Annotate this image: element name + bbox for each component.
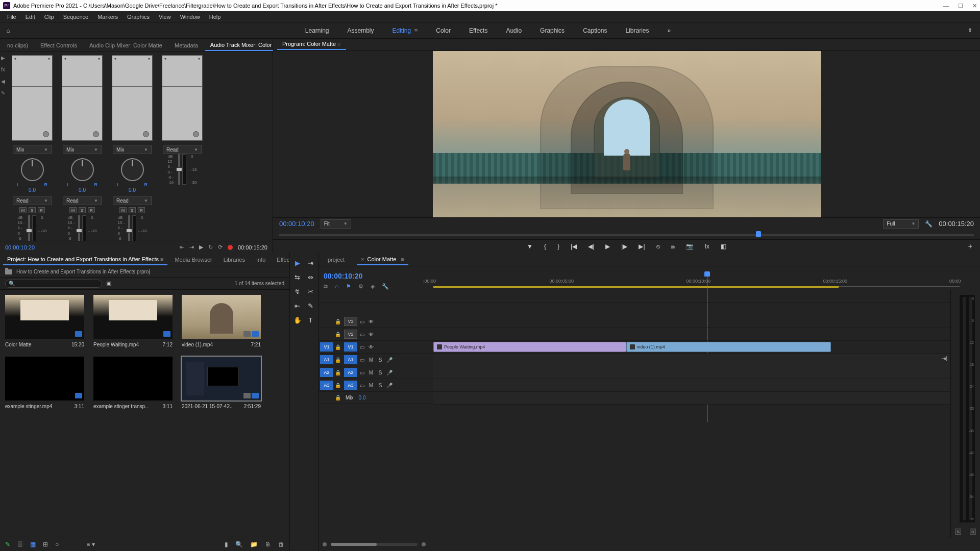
rate-tool[interactable]: ↯ [293, 287, 302, 296]
solo-button[interactable]: S [376, 383, 385, 388]
source-patch[interactable]: A3 [320, 381, 333, 390]
volume-fader[interactable] [128, 215, 130, 241]
goto-in-button[interactable]: |◀ [571, 243, 577, 250]
timeline-clip[interactable]: video (1).mp4 [626, 342, 831, 352]
lift-button[interactable]: ⎋ [656, 243, 660, 250]
tab-metadata[interactable]: Metadata [169, 40, 203, 51]
timeline-zoom-scroll[interactable] [331, 543, 418, 546]
menu-sequence[interactable]: Sequence [59, 13, 93, 21]
find-button[interactable]: 🔍 [235, 541, 243, 548]
freeform-view-button[interactable]: ⊞ [43, 541, 48, 548]
timeline-marker-toggle[interactable]: ⚑ [346, 283, 351, 290]
tab-libraries[interactable]: Libraries [219, 255, 249, 265]
lock-icon[interactable]: 🔒 [333, 395, 342, 400]
selection-tool[interactable]: ▶ [293, 258, 302, 267]
fx-rack[interactable]: ▾▾ [12, 55, 53, 141]
menu-window[interactable]: Window [176, 13, 204, 21]
workspace-graphics[interactable]: Graphics [540, 27, 565, 34]
write-toggle-icon[interactable]: ✎ [5, 541, 10, 548]
menu-view[interactable]: View [155, 13, 175, 21]
pen-tool[interactable]: ✎ [306, 301, 315, 310]
lock-icon[interactable]: 🔒 [333, 357, 342, 363]
volume-fader[interactable] [28, 215, 30, 241]
sync-lock-icon[interactable]: ▭ [357, 357, 366, 363]
play-button[interactable]: ▶ [605, 243, 610, 250]
clip-thumbnail[interactable]: video (1).mp47:21 [182, 295, 261, 347]
step-back-button[interactable]: ◀| [588, 243, 594, 250]
mixer-record[interactable] [228, 245, 233, 250]
track-target[interactable]: A3 [344, 381, 357, 390]
automation-dropdown[interactable]: Read▼ [13, 196, 52, 205]
timeline-link-toggle[interactable]: ∩ [335, 283, 339, 290]
menu-help[interactable]: Help [205, 13, 225, 21]
tab-media-browser[interactable]: Media Browser [170, 255, 216, 265]
new-item-button[interactable]: 🗎 [265, 541, 271, 548]
sort-menu[interactable]: ≡ ▾ [86, 541, 94, 548]
button-editor[interactable]: ＋ [967, 242, 974, 251]
solo-button[interactable]: S [376, 370, 385, 375]
sync-lock-icon[interactable]: ▭ [357, 344, 366, 350]
timeline-target-icon[interactable]: ◈ [371, 283, 375, 290]
automation-dropdown[interactable]: Read▼ [163, 145, 202, 154]
tab-effect-controls[interactable]: Effect Controls [35, 40, 82, 51]
track-target[interactable]: V3 [344, 317, 357, 326]
ripple-tool[interactable]: ⇆ [293, 272, 302, 282]
delete-button[interactable]: 🗑 [278, 541, 284, 548]
workspace-audio[interactable]: Audio [506, 27, 522, 34]
pan-value[interactable]: 0.0 [79, 187, 86, 193]
project-search-input[interactable]: 🔍 [5, 280, 102, 288]
timeline-tracks[interactable]: People Waiting.mp4video (1).mp4⇥| [433, 290, 950, 538]
sync-lock-icon[interactable]: ▭ [357, 370, 366, 375]
mix-dropdown[interactable]: Mix▼ [113, 145, 152, 154]
lock-icon[interactable]: 🔒 [333, 383, 342, 388]
eye-icon[interactable]: 👁 [366, 332, 376, 337]
solo-button[interactable]: S [79, 207, 86, 213]
mix-dropdown[interactable]: Mix▼ [63, 145, 102, 154]
timeline-current-time[interactable]: 00:00:10:20 [324, 272, 433, 280]
pan-knob[interactable] [21, 158, 44, 181]
comparison-button[interactable]: ◧ [721, 243, 726, 250]
workspace-captions[interactable]: Captions [583, 27, 607, 34]
goto-out-button[interactable]: ▶| [639, 243, 645, 250]
workspace-editing[interactable]: Editing ≡ [393, 27, 418, 34]
mix-dropdown[interactable]: Mix▼ [13, 145, 52, 154]
pan-value[interactable]: 0.0 [129, 187, 136, 193]
menu-markers[interactable]: Markers [93, 13, 122, 21]
mixer-play[interactable]: ▶ [199, 244, 203, 251]
timeline-clip[interactable]: People Waiting.mp4 [433, 342, 626, 352]
automation-dropdown[interactable]: Read▼ [113, 196, 152, 205]
clip-thumbnail[interactable]: 2021-06-21 15-07-42..2:51:29 [182, 357, 261, 409]
automation-dropdown[interactable]: Read▼ [63, 196, 102, 205]
zoom-out-dot[interactable] [323, 542, 327, 546]
program-tab[interactable]: Program: Color Matte ≡ [277, 39, 346, 50]
workspace-learning[interactable]: Learning [305, 27, 329, 34]
fx-button[interactable]: fx [705, 243, 709, 250]
lock-icon[interactable]: 🔒 [333, 319, 342, 324]
tab-info[interactable]: Info [252, 255, 270, 265]
home-button[interactable]: ⌂ [0, 28, 16, 34]
share-button[interactable]: ⇪ [960, 27, 980, 34]
mute-button[interactable]: M [69, 207, 77, 213]
clip-thumbnail[interactable]: example stinger.mp43:11 [5, 357, 84, 409]
program-video[interactable] [433, 51, 821, 217]
program-settings-icon[interactable]: 🔧 [925, 220, 933, 228]
program-zoom-dropdown[interactable]: Fit▼ [321, 219, 351, 229]
solo-button[interactable]: S [29, 207, 36, 213]
lock-icon[interactable]: 🔒 [333, 332, 342, 337]
rolling-tool[interactable]: ⇔ [306, 272, 315, 282]
clip-thumbnail[interactable]: People Waiting.mp47:12 [93, 295, 173, 347]
extract-button[interactable]: ⎄ [671, 243, 675, 250]
sync-lock-icon[interactable]: ▭ [357, 332, 366, 337]
window-minimize[interactable]: — [943, 3, 949, 9]
mixer-goto-in[interactable]: ⇤ [180, 244, 184, 251]
voiceover-icon[interactable]: 🎤 [385, 357, 394, 363]
track-target[interactable]: A1 [344, 355, 357, 364]
mute-button[interactable]: M [366, 383, 376, 388]
zoom-in-dot[interactable] [422, 542, 426, 546]
workspace-assembly[interactable]: Assembly [348, 27, 374, 34]
icon-view-button[interactable]: ▦ [30, 541, 36, 548]
menu-edit[interactable]: Edit [21, 13, 39, 21]
menu-clip[interactable]: Clip [40, 13, 58, 21]
source-patch[interactable]: A2 [320, 368, 333, 377]
mixer-side-edit[interactable]: ✎ [1, 90, 5, 96]
